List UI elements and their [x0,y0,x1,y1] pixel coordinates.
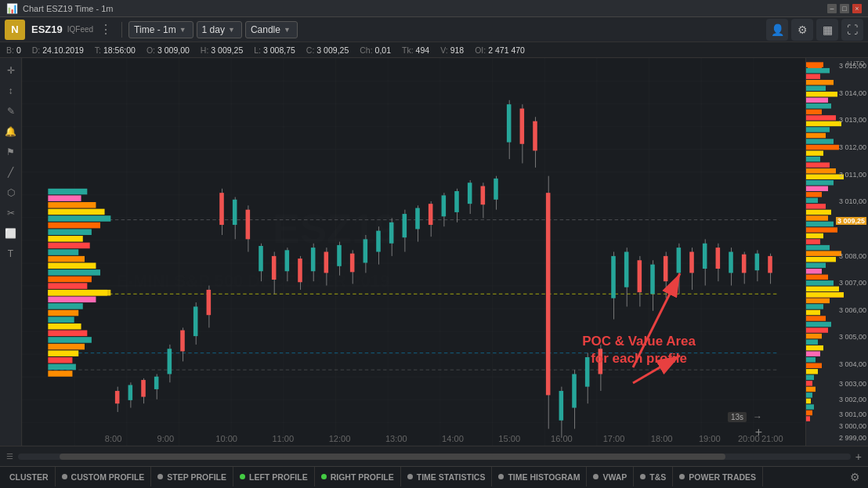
svg-rect-199 [806,334,822,338]
svg-rect-195 [806,310,820,315]
svg-rect-23 [48,310,78,316]
fullscreen-button[interactable]: ⛶ [841,19,863,41]
svg-rect-183 [806,239,820,244]
svg-rect-207 [806,381,812,385]
tab-time-statistics[interactable]: TIME STATISTICS [401,467,493,487]
zoom-plus-button[interactable]: + [855,450,862,463]
period-arrow: ▼ [228,26,235,34]
text-tool[interactable]: T [3,246,19,262]
tab-right-profile[interactable]: RIGHT PROFILE [315,467,401,487]
period-dropdown[interactable]: 1 day ▼ [197,21,242,38]
svg-rect-11 [48,229,92,235]
svg-rect-30 [48,357,72,363]
svg-rect-203 [806,357,816,362]
svg-rect-16 [48,262,96,269]
svg-rect-194 [806,304,823,309]
tab-custom-profile[interactable]: CUSTOM PROFILE [56,467,152,487]
price-label-3011: 3 011,00 [839,171,866,179]
tab-left-profile-label: LEFT PROFILE [249,472,308,482]
tab-step-profile[interactable]: STEP PROFILE [151,467,233,487]
tab-cluster[interactable]: CLUSTER [3,467,56,487]
ruler-tool[interactable]: ⬡ [3,185,19,201]
tab-time-histogram[interactable]: TIME HISTOGRAM [492,467,587,487]
stat-tk: Tk: 494 [402,45,429,55]
settings-button[interactable]: ⚙ [791,19,813,41]
svg-rect-204 [806,363,822,368]
time-scrollbar[interactable]: ☰ + [0,446,868,466]
svg-rect-79 [403,214,407,237]
svg-rect-202 [806,351,820,356]
chart-svg[interactable]: 8:00 9:00 10:00 11:00 12:00 13:00 14:00 … [22,58,805,446]
svg-rect-209 [806,392,812,397]
eraser-tool[interactable]: ✂ [3,205,19,221]
period-label: 1 day [202,24,225,35]
svg-rect-196 [806,316,826,320]
line-tool[interactable]: ╱ [3,164,19,180]
svg-text:15:00: 15:00 [498,434,520,443]
svg-rect-28 [48,344,85,350]
svg-text:8:00: 8:00 [105,434,122,443]
tab-time-histogram-dot [498,474,504,479]
flag-tool[interactable]: ⚑ [3,144,19,160]
title-bar: 📊 Chart ESZ19 Time - 1m – □ × [0,0,868,17]
stat-ch: Ch: 0,01 [360,45,391,55]
symbol-menu-button[interactable]: ⋮ [96,22,115,37]
svg-rect-177 [806,204,826,208]
tab-vwap[interactable]: VWAP [587,467,634,487]
tabs-settings-button[interactable]: ⚙ [844,467,865,487]
scrollbar-thumb[interactable] [60,454,725,460]
svg-text:18:00: 18:00 [651,434,673,443]
crosshair-tool[interactable]: ✛ [3,63,19,78]
stat-t: T: 18:56:00 [95,45,136,55]
scroll-right-button[interactable]: → [753,411,762,422]
svg-rect-7 [48,202,96,208]
separator-1 [121,22,122,38]
timeframe-dropdown[interactable]: Time - 1m ▼ [128,21,193,38]
alert-tool[interactable]: 🔔 [3,124,19,139]
svg-rect-206 [806,375,814,380]
svg-rect-57 [259,246,263,271]
svg-rect-162 [806,115,836,120]
svg-rect-33 [48,290,110,296]
account-button[interactable]: 👤 [766,19,788,41]
tab-cluster-label: CLUSTER [9,472,49,482]
tab-ts[interactable]: T&S [634,467,673,487]
close-button[interactable]: × [852,4,862,13]
rect-tool[interactable]: ⬜ [3,226,19,241]
chart-container[interactable]: ESZ19 E-MINI S&P 500 DECEMBER 2019 [22,58,805,446]
svg-rect-127 [716,248,721,269]
svg-rect-160 [806,103,831,108]
tab-left-profile[interactable]: LEFT PROFILE [233,467,315,487]
svg-rect-173 [806,180,834,185]
svg-rect-71 [350,254,355,273]
chart-type-dropdown[interactable]: Candle ▼ [245,21,298,38]
layout-button[interactable]: ▦ [816,19,838,41]
cursor-tool[interactable]: ↕ [3,83,19,99]
zoom-in-button[interactable]: + [755,425,762,439]
tab-custom-profile-dot [62,474,67,479]
maximize-button[interactable]: □ [840,4,849,13]
svg-rect-24 [48,316,74,323]
svg-rect-41 [154,377,159,389]
svg-rect-113 [624,252,629,287]
svg-rect-39 [141,380,146,397]
tab-time-statistics-label: TIME STATISTICS [417,472,486,482]
minimize-button[interactable]: – [827,4,837,13]
svg-rect-184 [806,245,830,250]
tab-step-profile-dot [157,474,163,479]
stats-bar: B: 0 D: 24.10.2019 T: 18:56:00 O: 3 009,… [0,42,868,58]
svg-rect-8 [48,209,104,215]
bottom-tabs: CLUSTER CUSTOM PROFILE STEP PROFILE LEFT… [0,466,868,486]
time-counter-label: 13s [728,412,747,422]
tab-ts-label: T&S [649,472,666,482]
svg-text:11:00: 11:00 [272,434,294,443]
svg-rect-73 [363,239,368,262]
tab-vwap-label: VWAP [602,472,627,482]
scrollbar-track[interactable] [18,454,851,460]
svg-rect-67 [324,252,329,273]
tab-power-trades[interactable]: POWER TRADES [673,467,763,487]
svg-rect-208 [806,387,816,392]
svg-rect-185 [806,251,841,255]
draw-tool[interactable]: ✎ [3,103,19,119]
window-controls[interactable]: – □ × [827,4,862,13]
